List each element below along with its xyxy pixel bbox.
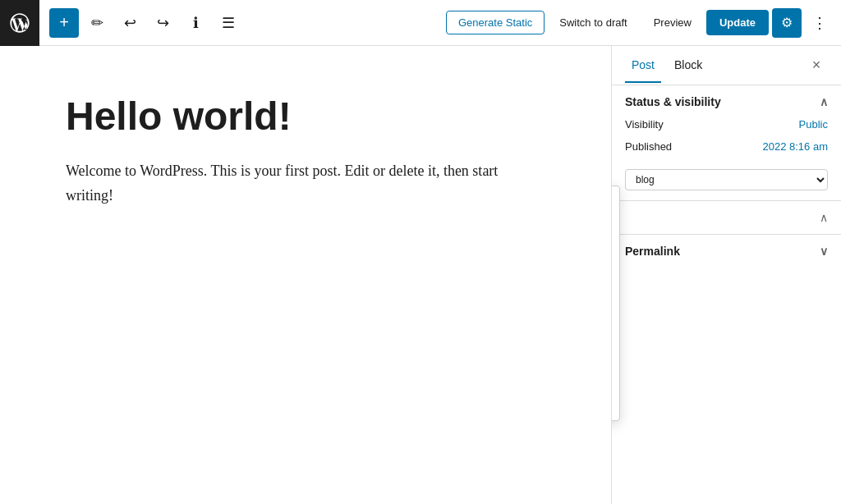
close-sidebar-button[interactable]: × [805,54,828,77]
wp-logo [0,0,39,46]
settings-button[interactable]: ⚙ [772,8,802,38]
update-button[interactable]: Update [706,10,769,35]
gear-icon: ⚙ [781,15,793,30]
generate-static-button[interactable]: Generate Static [446,11,545,34]
collapsed-section[interactable]: ∧ [612,201,841,235]
permalink-label: Permalink [625,245,680,258]
visibility-row: Visibility Public Post Visibility Public… [625,118,828,131]
collapsed-chevron-up-icon: ∧ [820,211,828,224]
wp-logo-icon [8,11,31,34]
more-options-button[interactable]: ⋮ [805,8,834,38]
redo-icon: ↪ [157,14,169,32]
post-title[interactable]: Hello world! [66,95,545,139]
visibility-value[interactable]: Public [799,118,828,131]
published-label: Published [625,140,672,153]
main-area: Hello world! Welcome to WordPress. This … [0,46,841,504]
preview-button[interactable]: Preview [642,11,703,34]
pencil-icon: ✏ [91,14,103,32]
status-section-title: Status & visibility [625,95,721,108]
undo-icon: ↩ [124,14,136,32]
visibility-popup: Post Visibility Public Visible to everyo… [611,186,620,421]
pencil-button[interactable]: ✏ [82,8,112,38]
editor-area[interactable]: Hello world! Welcome to WordPress. This … [0,46,611,504]
permalink-header[interactable]: Permalink ∨ [625,245,828,258]
visibility-label: Visibility [625,118,664,131]
right-sidebar: Post Block × Status & visibility ∧ Visib… [611,46,841,504]
switch-to-draft-button[interactable]: Switch to draft [548,11,638,34]
list-view-button[interactable]: ☰ [214,8,243,38]
permalink-section: Permalink ∨ [612,235,841,268]
category-select[interactable]: blog [625,169,828,190]
undo-button[interactable]: ↩ [115,8,145,38]
info-icon: ℹ [193,14,199,32]
published-row: Published 2022 8:16 am [625,140,828,153]
status-chevron-up-icon: ∧ [820,95,828,108]
list-icon: ☰ [222,14,235,32]
add-button[interactable]: + [49,8,79,38]
category-row: blog [625,163,828,190]
redo-button[interactable]: ↪ [148,8,177,38]
status-visibility-section: Status & visibility ∧ Visibility Public … [612,85,841,201]
tab-block[interactable]: Block [668,48,709,83]
more-icon: ⋮ [812,14,827,32]
sidebar-tab-bar: Post Block × [612,46,841,85]
permalink-chevron-down-icon: ∨ [820,245,828,258]
info-button[interactable]: ℹ [181,8,210,38]
status-section-header[interactable]: Status & visibility ∧ [625,95,828,108]
main-toolbar: + ✏ ↩ ↪ ℹ ☰ Generate Static Switch to dr… [0,0,841,46]
tab-post[interactable]: Post [625,48,661,83]
post-content[interactable]: Welcome to WordPress. This is your first… [66,158,545,208]
published-value: 2022 8:16 am [762,140,828,153]
